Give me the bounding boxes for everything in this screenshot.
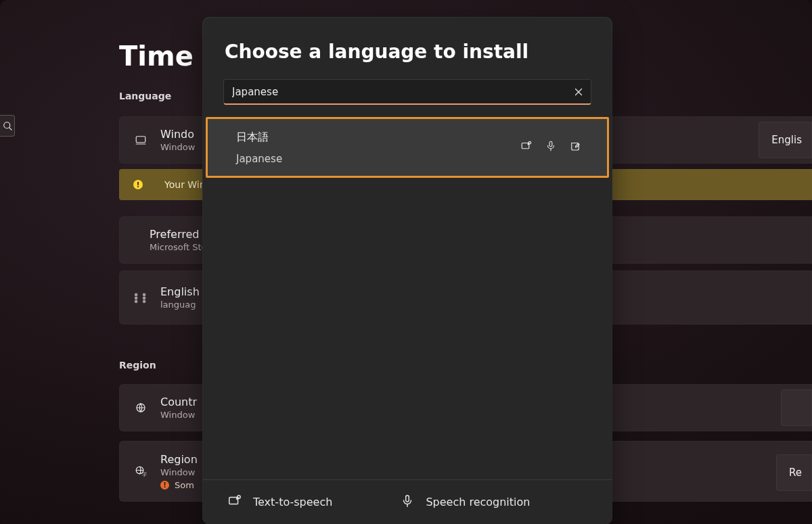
svg-rect-17 bbox=[406, 495, 409, 501]
warning-text: Your Win bbox=[164, 179, 206, 190]
choose-language-dialog: Choose a language to install 日本語 Japanes… bbox=[203, 18, 612, 524]
sidebar-search-stub[interactable] bbox=[0, 115, 15, 137]
result-text: 日本語 Japanese bbox=[236, 130, 520, 165]
clear-search-button[interactable] bbox=[566, 86, 591, 98]
dialog-title: Choose a language to install bbox=[203, 18, 612, 63]
legend-label: Speech recognition bbox=[426, 496, 530, 508]
value-label: Englis bbox=[771, 134, 802, 146]
drag-handle-icon[interactable]: ∙∙∙∙∙∙ bbox=[133, 293, 148, 303]
svg-rect-2 bbox=[136, 137, 145, 143]
alert-text: Som bbox=[175, 480, 194, 490]
capability-legend: Text-to-speech Speech recognition bbox=[203, 479, 612, 524]
close-icon bbox=[572, 86, 585, 98]
country-value[interactable] bbox=[781, 389, 812, 426]
svg-line-1 bbox=[9, 128, 11, 130]
section-header-region: Region bbox=[119, 360, 156, 371]
result-capability-icons bbox=[520, 140, 581, 155]
regional-format-value[interactable]: Re bbox=[776, 454, 812, 491]
language-search-input[interactable] bbox=[224, 86, 566, 98]
language-search-field[interactable] bbox=[223, 79, 591, 105]
legend-label: Text-to-speech bbox=[253, 496, 332, 508]
svg-text:字: 字 bbox=[142, 472, 147, 477]
text-to-speech-icon bbox=[520, 140, 533, 155]
warning-icon: ! bbox=[133, 180, 143, 189]
globe-character-icon: 字 bbox=[133, 465, 148, 477]
language-result-japanese[interactable]: 日本語 Japanese bbox=[206, 117, 609, 178]
search-icon bbox=[1, 120, 14, 132]
monitor-icon bbox=[133, 134, 148, 146]
handwriting-icon bbox=[569, 140, 581, 155]
display-language-value[interactable]: Englis bbox=[759, 122, 812, 158]
alert-icon: ! bbox=[160, 481, 169, 490]
svg-rect-13 bbox=[549, 141, 552, 147]
results-scroll-area[interactable] bbox=[203, 178, 612, 479]
globe-icon bbox=[133, 402, 148, 414]
legend-item-tts: Text-to-speech bbox=[227, 494, 332, 511]
result-english-name: Japanese bbox=[236, 153, 520, 165]
section-header-language: Language bbox=[119, 91, 171, 101]
result-native-name: 日本語 bbox=[236, 130, 520, 145]
speech-recognition-icon bbox=[545, 140, 557, 155]
value-label: Re bbox=[789, 467, 802, 479]
text-to-speech-icon bbox=[227, 494, 242, 511]
speech-recognition-icon bbox=[400, 494, 415, 511]
legend-item-speech: Speech recognition bbox=[400, 494, 530, 511]
